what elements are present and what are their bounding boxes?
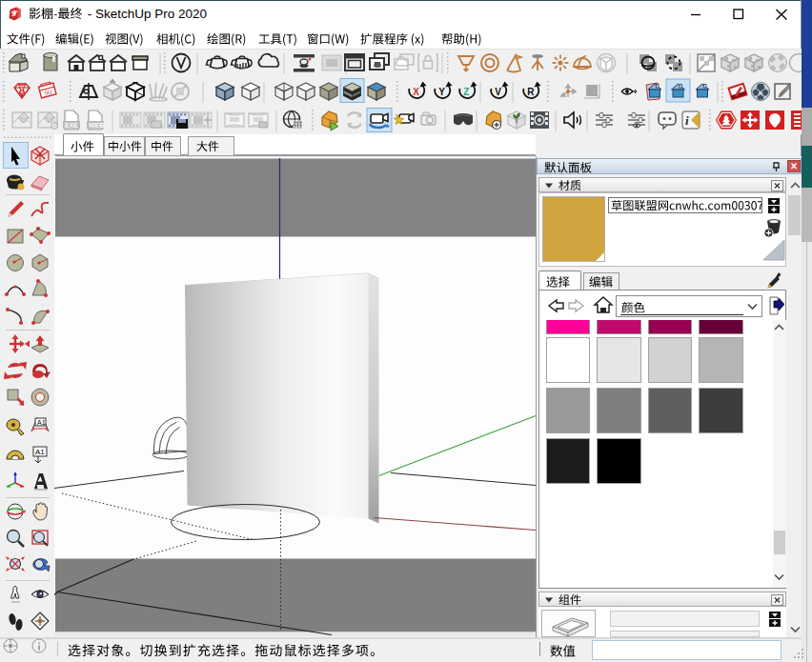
svg-text:i: i — [685, 113, 689, 128]
svg-text:EXE: EXE — [65, 122, 78, 129]
svg-text:Y: Y — [438, 87, 445, 97]
svg-text:Z: Z — [463, 87, 469, 97]
svg-text:A1: A1 — [35, 448, 45, 456]
svg-text:X: X — [413, 87, 419, 97]
svg-text:V: V — [495, 87, 501, 97]
svg-text:R: R — [527, 87, 535, 97]
svg-text:A1: A1 — [37, 419, 46, 426]
svg-text:WEB: WEB — [89, 122, 104, 129]
